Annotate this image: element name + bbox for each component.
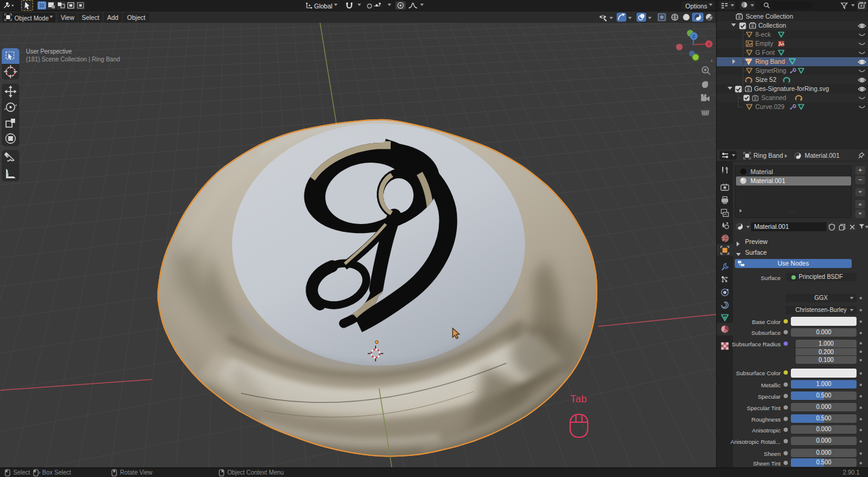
svg-text:X: X xyxy=(707,42,710,47)
svg-text:Z: Z xyxy=(693,34,696,39)
